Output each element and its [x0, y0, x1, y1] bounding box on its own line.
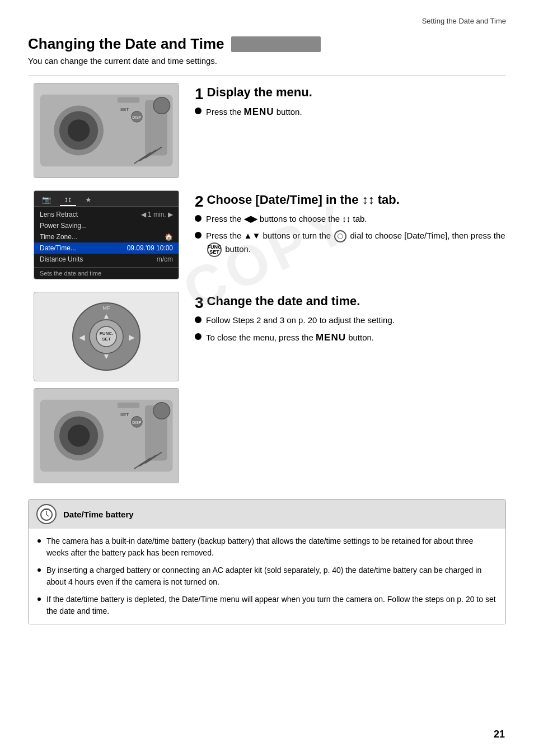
step-1-num: 1 [195, 86, 204, 102]
svg-text:▲: ▲ [102, 311, 110, 320]
note-bullet-3-text: If the date/time battery is depleted, th… [46, 594, 496, 617]
note-bullet-2-text: By inserting a charged battery or connec… [46, 564, 496, 588]
menu-tab-settings: ↕↕ [60, 193, 76, 206]
func-icon: FUNCSET [207, 242, 222, 257]
step-3-bullet-1-text: Follow Steps 2 and 3 on p. 20 to adjust … [206, 314, 395, 326]
subtitle: You can change the current date and time… [28, 56, 506, 66]
step-3-heading: 3 Change the date and time. [195, 294, 506, 309]
svg-rect-41 [44, 508, 49, 510]
svg-text:MF: MF [103, 305, 110, 311]
svg-point-28 [68, 424, 90, 447]
note-box: Date/Time battery The camera has a built… [28, 499, 506, 624]
page-header: Setting the Date and Time [28, 17, 506, 25]
menu-tab-star: ★ [81, 194, 96, 206]
menu-tabs: 📷 ↕↕ ★ [34, 191, 179, 207]
step-2-row: 📷 ↕↕ ★ Lens Retract ◀ 1 min. ▶ Power Sav… [28, 184, 506, 279]
note-title: Date/Time battery [63, 510, 134, 519]
svg-text:DISP: DISP [132, 115, 142, 119]
step-3-row: FUNC. SET MF ▼ ▲ ◀ ▶ [28, 285, 506, 483]
svg-rect-13 [118, 97, 140, 103]
step-2-menu-screen: 📷 ↕↕ ★ Lens Retract ◀ 1 min. ▶ Power Sav… [34, 190, 179, 279]
bullet-dot-3-2 [195, 333, 202, 340]
svg-text:▶: ▶ [129, 333, 135, 342]
step-1-bullet-1: Press the MENU button. [195, 105, 506, 119]
bullet-dot-2-1 [195, 215, 202, 222]
svg-text:DISP: DISP [132, 421, 142, 424]
step-2-bullets: Press the ◀▶ buttons to choose the ↕↕ ta… [195, 213, 506, 257]
step-2-heading-text: Choose [Date/Time] in the ↕↕ tab. [207, 193, 400, 207]
step-3-bullet-2-text: To close the menu, press the MENU button… [206, 331, 374, 345]
menu-item-time-zone: Time Zone... 🏠 [34, 231, 179, 242]
menu-tab-photo: 📷 [38, 194, 55, 206]
step-3-camera-image: DISP SET [34, 388, 179, 483]
note-bullet-2: By inserting a charged battery or connec… [38, 564, 496, 588]
dial-icon [334, 230, 346, 242]
bullet-dot-2-2 [195, 232, 202, 239]
svg-text:▼: ▼ [102, 352, 110, 361]
step-1-bullet-1-text: Press the MENU button. [206, 105, 302, 119]
menu-hint: Sets the date and time [34, 267, 179, 279]
step-1-bullets: Press the MENU button. [195, 105, 506, 119]
step-3-image-col: FUNC. SET MF ▼ ▲ ◀ ▶ [28, 292, 185, 483]
step-2-bullet-2: Press the ▲▼ buttons or turn the dial to… [195, 230, 506, 257]
note-body: The camera has a built-in date/time batt… [29, 529, 505, 624]
svg-text:◀: ◀ [79, 333, 85, 342]
step-3-heading-text: Change the date and time. [207, 294, 360, 308]
step-3-func-circle: FUNC. SET MF ▼ ▲ ◀ ▶ [34, 292, 179, 381]
menu-item-lens-retract: Lens Retract ◀ 1 min. ▶ [34, 209, 179, 220]
note-dot-3 [38, 598, 41, 601]
steps-container: DISP SET 1 [28, 76, 506, 489]
step-3-bullet-2: To close the menu, press the MENU button… [195, 331, 506, 345]
step-3-bullet-1: Follow Steps 2 and 3 on p. 20 to adjust … [195, 314, 506, 326]
menu-items-list: Lens Retract ◀ 1 min. ▶ Power Saving... … [34, 207, 179, 267]
svg-point-35 [153, 403, 170, 419]
step-2-bullet-1: Press the ◀▶ buttons to choose the ↕↕ ta… [195, 213, 506, 225]
svg-text:FUNC.: FUNC. [100, 331, 113, 336]
step-1-row: DISP SET 1 [28, 76, 506, 178]
step-1-text-col: 1 Display the menu. Press the MENU butto… [195, 83, 506, 124]
section-title: Changing the Date and Time [28, 35, 506, 53]
step-3-num: 3 [195, 295, 204, 311]
svg-point-11 [153, 97, 170, 114]
svg-line-40 [46, 515, 49, 516]
step-1-camera-image: DISP SET [34, 83, 179, 178]
header-text: Setting the Date and Time [422, 17, 506, 25]
step-2-heading: 2 Choose [Date/Time] in the ↕↕ tab. [195, 193, 506, 207]
step-2-text-col: 2 Choose [Date/Time] in the ↕↕ tab. Pres… [195, 190, 506, 262]
page-number: 21 [494, 729, 505, 740]
svg-text:SET: SET [120, 412, 129, 417]
step-1-heading: 1 Display the menu. [195, 85, 506, 100]
svg-text:SET: SET [102, 337, 111, 342]
bullet-dot [195, 108, 202, 114]
note-dot-2 [38, 568, 41, 572]
svg-text:SET: SET [120, 107, 129, 112]
note-icon [36, 504, 57, 524]
step-2-num: 2 [195, 194, 204, 209]
step-2-bullet-2-text: Press the ▲▼ buttons or turn the dial to… [206, 230, 506, 257]
note-bullet-3: If the date/time battery is depleted, th… [38, 594, 496, 617]
title-text: Changing the Date and Time [28, 35, 224, 53]
note-bullet-1: The camera has a built-in date/time batt… [38, 535, 496, 559]
menu-item-date-time: Date/Time... 09.09.'09 10:00 [34, 242, 179, 254]
menu-item-power-saving: Power Saving... [34, 220, 179, 231]
step-2-image-col: 📷 ↕↕ ★ Lens Retract ◀ 1 min. ▶ Power Sav… [28, 190, 185, 279]
note-bullet-1-text: The camera has a built-in date/time batt… [46, 535, 496, 559]
step-1-image-col: DISP SET [28, 83, 185, 178]
bullet-dot-3-1 [195, 316, 202, 323]
menu-item-distance-units: Distance Units m/cm [34, 254, 179, 265]
note-dot-1 [38, 539, 41, 543]
note-header: Date/Time battery [29, 500, 505, 529]
page: Setting the Date and Time Changing the D… [0, 0, 534, 756]
step-3-bullets: Follow Steps 2 and 3 on p. 20 to adjust … [195, 314, 506, 344]
step-3-text-col: 3 Change the date and time. Follow Steps… [195, 292, 506, 349]
svg-point-4 [68, 119, 90, 142]
step-2-bullet-1-text: Press the ◀▶ buttons to choose the ↕↕ ta… [206, 213, 367, 225]
svg-rect-37 [118, 403, 140, 408]
title-bar-decoration [231, 36, 321, 52]
